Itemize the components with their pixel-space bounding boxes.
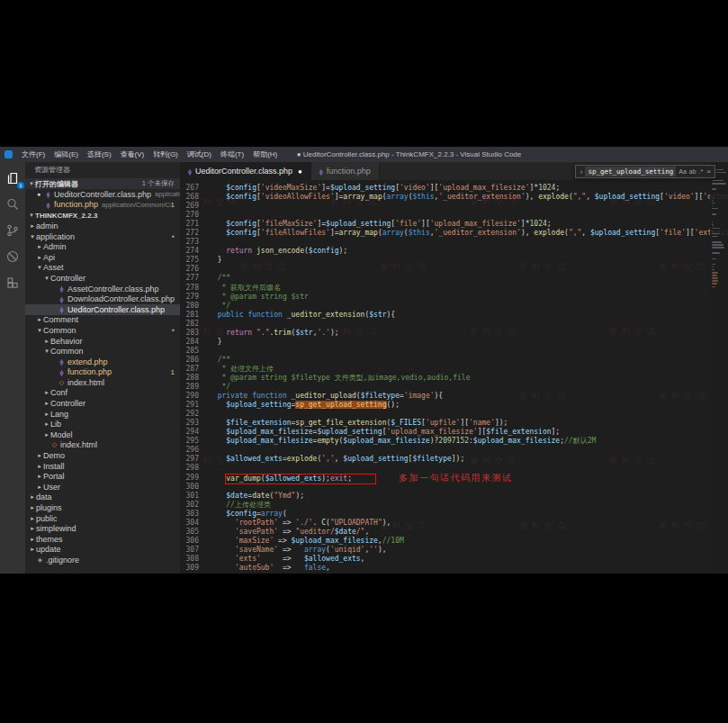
tree-folder-item[interactable]: ▸themes <box>25 534 180 545</box>
tree-item-label: Conf <box>50 388 67 397</box>
activity-bar: 1 <box>0 162 25 574</box>
find-expand-chevron-icon[interactable]: › <box>580 167 582 176</box>
minimap-line <box>712 213 716 215</box>
regex-icon[interactable]: .* <box>699 168 704 175</box>
code-text: * @param string $str <box>209 293 309 302</box>
tree-item-label: Common <box>43 326 76 335</box>
tree-folder-item[interactable]: ▸Conf <box>25 388 180 399</box>
tree-folder-item[interactable]: ▸Comment <box>25 315 180 326</box>
open-editor-item[interactable]: ϕfunction.phpapplication/Common/Comm...1 <box>25 200 180 211</box>
menu-item[interactable]: 编辑(E) <box>49 147 83 162</box>
tree-file-item[interactable]: ϕfunction.php1 <box>25 367 180 378</box>
explorer-icon[interactable]: 1 <box>4 170 21 186</box>
chevron-right-icon: ▸ <box>29 515 36 522</box>
menu-item[interactable]: 转到(G) <box>148 147 183 162</box>
tree-item-label: Lang <box>50 410 68 419</box>
project-name: THINKCMFX_2.2.3 <box>35 212 97 220</box>
change-count-badge: 1 <box>171 368 175 376</box>
tree-folder-item[interactable]: ▸Portal <box>25 471 180 482</box>
extensions-icon[interactable] <box>4 275 21 291</box>
code-text: 'rootPath' => './'. C("UPLOADPATH"), <box>209 519 391 528</box>
debug-icon[interactable] <box>4 249 21 265</box>
code-line: 301 $date=date("Ymd"); <box>180 492 728 501</box>
code-area[interactable]: 267 $config['videoMaxSize']=$upload_sett… <box>180 180 728 573</box>
line-number: 291 <box>180 401 209 410</box>
code-text: return ".".trim($str,'.'); <box>209 329 339 338</box>
tree-folder-item[interactable]: ▸plugins <box>25 502 180 513</box>
minimap-line <box>712 286 715 288</box>
tab-function.php[interactable]: ϕfunction.php <box>311 162 380 180</box>
menu-item[interactable]: 终端(T) <box>216 147 248 162</box>
chevron-right-icon: ▸ <box>29 504 36 511</box>
tree-folder-item[interactable]: ▸simplewind <box>25 523 180 534</box>
line-number: 285 <box>180 347 209 356</box>
line-number: 294 <box>180 428 209 437</box>
tree-folder-item[interactable]: ▾application• <box>25 231 180 242</box>
tree-file-item[interactable]: ◇index.html <box>25 377 180 388</box>
menu-item[interactable]: 选择(S) <box>83 147 116 162</box>
chevron-down-icon: ▾ <box>36 327 43 334</box>
find-input[interactable]: sp_get_upload_setting <box>585 167 676 176</box>
tree-folder-item[interactable]: ▸data <box>25 493 180 503</box>
tree-folder-item[interactable]: ▸Behavior <box>25 336 180 347</box>
tree-folder-item[interactable]: ▸public <box>25 513 180 524</box>
code-text: $config['fileMaxSize']=$upload_setting['… <box>209 220 552 229</box>
tree-folder-item[interactable]: ▸Admin <box>25 241 180 252</box>
code-line: 309 'autoSub' => false, <box>180 564 728 573</box>
line-number: 292 <box>180 410 209 419</box>
minimap[interactable] <box>710 162 728 574</box>
tree-file-item[interactable]: ◈.gitignore <box>25 555 180 565</box>
tree-folder-item[interactable]: ▸Controller <box>25 398 180 409</box>
line-number: 270 <box>180 211 209 220</box>
tree-folder-item[interactable]: ▸Model <box>25 429 180 440</box>
tree-folder-item[interactable]: ▸Lib <box>25 419 180 429</box>
php-file-icon: ϕ <box>58 369 66 375</box>
line-number: 284 <box>180 338 209 347</box>
menu-item[interactable]: 查看(V) <box>116 147 149 162</box>
code-text: $file_extension=sp_get_file_extension($_… <box>209 419 508 428</box>
whole-word-icon[interactable]: ab <box>689 168 697 175</box>
find-widget[interactable]: › sp_get_upload_setting Aa ab .* × <box>575 165 715 178</box>
source-control-icon[interactable] <box>4 222 21 239</box>
tree-file-item[interactable]: ϕextend.php <box>25 357 180 367</box>
line-number: 282 <box>180 320 209 329</box>
line-number: 269 <box>180 202 209 211</box>
project-tree-header[interactable]: ▼ THINKCMFX_2.2.3 <box>25 210 180 221</box>
menu-item[interactable]: 调试(D) <box>183 147 216 162</box>
code-line: 267 $config['videoMaxSize']=$upload_sett… <box>180 184 728 193</box>
tree-folder-item[interactable]: ▸admin <box>25 221 180 231</box>
tree-item-label: admin <box>36 221 58 230</box>
close-icon[interactable]: × <box>706 167 711 176</box>
menu-item[interactable]: 帮助(H) <box>248 147 282 162</box>
open-editors-header[interactable]: ▼ 打开的编辑器 1 个未保存 <box>25 178 180 189</box>
tree-file-item[interactable]: ϕAssetController.class.php <box>25 284 180 294</box>
search-icon[interactable] <box>4 196 21 212</box>
tree-folder-item[interactable]: ▾Common• <box>25 325 180 336</box>
line-number: 275 <box>180 256 209 265</box>
tree-item-label: Api <box>43 253 55 262</box>
minimap-line <box>712 224 714 226</box>
line-number: 298 <box>180 464 209 473</box>
tree-file-item[interactable]: ϕDownloadController.class.php <box>25 294 180 304</box>
tree-folder-item[interactable]: ▸update <box>25 545 180 556</box>
code-line: 289 */ <box>180 383 728 392</box>
tree-file-item[interactable]: ◇index.html <box>25 440 180 451</box>
tree-file-item[interactable]: ϕUeditorController.class.php <box>25 304 180 315</box>
code-line: 273 <box>180 238 728 247</box>
tree-folder-item[interactable]: ▸Install <box>25 461 180 472</box>
menu-item[interactable]: 文件(F) <box>17 147 49 162</box>
tree-item-label: Common <box>50 347 84 356</box>
tree-folder-item[interactable]: ▾Asset <box>25 263 180 274</box>
tree-folder-item[interactable]: ▸Api <box>25 252 180 263</box>
tree-folder-item[interactable]: ▸User <box>25 482 180 493</box>
tree-folder-item[interactable]: ▸Lang <box>25 409 180 420</box>
tab-UeditorController.class.php[interactable]: ϕUeditorController.class.php● <box>180 162 311 180</box>
tree-folder-item[interactable]: ▸Demo <box>25 450 180 461</box>
open-editor-item[interactable]: ●ϕUeditorController.class.phpapplication… <box>25 189 180 200</box>
tree-folder-item[interactable]: ▾Common <box>25 346 180 357</box>
tree-item-label: UeditorController.class.php <box>67 305 165 314</box>
tree-folder-item[interactable]: ▾Controller <box>25 273 180 284</box>
open-editor-path: application/Common/Comm... <box>102 201 171 209</box>
match-case-icon[interactable]: Aa <box>679 168 687 175</box>
line-number: 277 <box>180 274 209 283</box>
